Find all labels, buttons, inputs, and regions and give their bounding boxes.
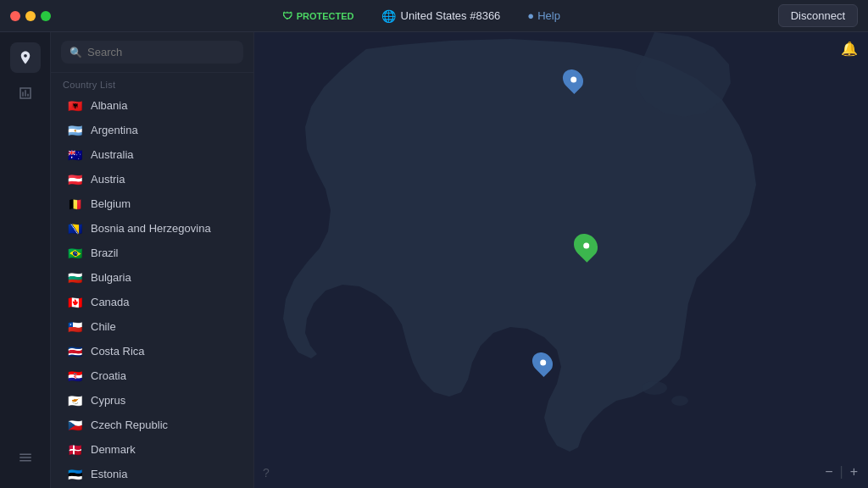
country-panel: 🔍 Country List 🇦🇱Albania🇦🇷Argentina🇦🇺Aus… [51, 32, 254, 488]
country-name: Belgium [91, 197, 131, 210]
country-item[interactable]: 🇦🇺Australia [54, 142, 250, 167]
map-pin-north[interactable] [564, 69, 582, 91]
disconnect-button[interactable]: Disconnect [778, 4, 858, 27]
country-name: Cyprus [91, 394, 125, 407]
help-label: Help [537, 9, 560, 22]
map-area: 🔔 ? − | + [254, 32, 868, 488]
country-name: Bulgaria [91, 271, 131, 284]
country-name: Austria [91, 173, 125, 186]
country-item[interactable]: 🇨🇾Cyprus [54, 388, 250, 413]
country-flag: 🇨🇾 [66, 395, 83, 407]
server-label: United States #8366 [401, 9, 501, 22]
maximize-button[interactable] [41, 11, 51, 21]
country-flag: 🇨🇱 [66, 321, 83, 333]
country-name: Australia [91, 148, 134, 161]
country-flag: 🇨🇿 [66, 419, 83, 431]
country-item[interactable]: 🇨🇿Czech Republic [54, 413, 250, 437]
country-flag: 🇦🇷 [66, 125, 83, 136]
country-name: Denmark [91, 443, 136, 456]
map-pin-south[interactable] [533, 352, 552, 374]
country-flag: 🇪🇪 [66, 469, 83, 480]
main-content: 🔍 Country List 🇦🇱Albania🇦🇷Argentina🇦🇺Aus… [0, 32, 868, 488]
country-flag: 🇨🇦 [66, 297, 83, 308]
zoom-in-button[interactable]: + [850, 464, 858, 480]
protected-label: PROTECTED [297, 11, 354, 21]
sidebar [0, 32, 51, 488]
country-name: Estonia [91, 468, 127, 480]
country-item[interactable]: 🇦🇹Austria [54, 167, 250, 191]
country-name: Argentina [91, 124, 138, 136]
zoom-separator: | [840, 464, 843, 480]
country-item[interactable]: 🇩🇰Denmark [54, 437, 250, 462]
window-controls [10, 11, 51, 21]
shield-icon: 🛡 [282, 10, 292, 22]
country-flag: 🇭🇷 [66, 370, 83, 382]
country-flag: 🇧🇷 [66, 247, 83, 259]
country-item[interactable]: 🇨🇷Costa Rica [54, 339, 250, 363]
sidebar-item-stats[interactable] [10, 78, 41, 108]
search-box: 🔍 [51, 32, 253, 73]
protected-badge: 🛡 PROTECTED [282, 10, 354, 22]
country-item[interactable]: 🇨🇦Canada [54, 290, 250, 314]
country-flag: 🇦🇺 [66, 149, 83, 161]
country-flag: 🇧🇪 [66, 198, 83, 210]
zoom-out-button[interactable]: − [825, 464, 832, 480]
country-item[interactable]: 🇧🇬Bulgaria [54, 265, 250, 290]
svg-point-1 [642, 381, 667, 395]
zoom-controls: − | + [825, 464, 858, 480]
country-item[interactable]: 🇭🇷Croatia [54, 363, 250, 388]
titlebar-center: 🛡 PROTECTED 🌐 United States #8366 ● Help [64, 9, 778, 23]
country-flag: 🇧🇬 [66, 272, 83, 284]
country-flag: 🇦🇹 [66, 174, 83, 186]
country-name: Chile [91, 320, 116, 333]
country-item[interactable]: 🇧🇷Brazil [54, 241, 250, 265]
country-item[interactable]: 🇦🇱Albania [54, 93, 250, 118]
country-name: Brazil [91, 247, 119, 259]
country-item[interactable]: 🇧🇪Belgium [54, 191, 250, 216]
country-flag: 🇧🇦 [66, 223, 83, 235]
country-list-label: Country List [51, 73, 253, 93]
svg-point-2 [671, 396, 688, 406]
search-icon: 🔍 [70, 47, 82, 58]
sidebar-settings-button[interactable] [10, 442, 41, 473]
server-info: 🌐 United States #8366 [381, 9, 501, 23]
country-flag: 🇩🇰 [66, 444, 83, 456]
sidebar-item-map[interactable] [10, 42, 41, 73]
country-flag: 🇨🇷 [66, 346, 83, 358]
help-symbol[interactable]: ? [263, 466, 270, 480]
close-button[interactable] [10, 11, 20, 21]
country-name: Canada [91, 296, 130, 308]
minimize-button[interactable] [25, 11, 36, 21]
country-name: Bosnia and Herzegovina [91, 222, 211, 235]
help-button[interactable]: ● Help [527, 9, 560, 22]
country-item[interactable]: 🇪🇪Estonia [54, 462, 250, 486]
globe-icon: 🌐 [381, 9, 396, 23]
country-item[interactable]: 🇨🇱Chile [54, 314, 250, 339]
country-item[interactable]: 🇧🇦Bosnia and Herzegovina [54, 216, 250, 241]
country-name: Czech Republic [91, 419, 168, 431]
help-icon: ● [527, 9, 534, 22]
map-pin-center[interactable] [575, 233, 597, 258]
country-list: 🇦🇱Albania🇦🇷Argentina🇦🇺Australia🇦🇹Austria… [51, 93, 253, 488]
map-svg [254, 32, 868, 488]
country-name: Costa Rica [91, 345, 145, 358]
bell-button[interactable]: 🔔 [841, 41, 858, 57]
country-name: Albania [91, 99, 127, 112]
search-wrapper: 🔍 [61, 41, 243, 64]
country-name: Croatia [91, 369, 126, 382]
country-item[interactable]: 🇦🇷Argentina [54, 118, 250, 142]
country-flag: 🇦🇱 [66, 100, 83, 112]
titlebar: 🛡 PROTECTED 🌐 United States #8366 ● Help… [0, 0, 868, 32]
search-input[interactable] [87, 46, 235, 58]
